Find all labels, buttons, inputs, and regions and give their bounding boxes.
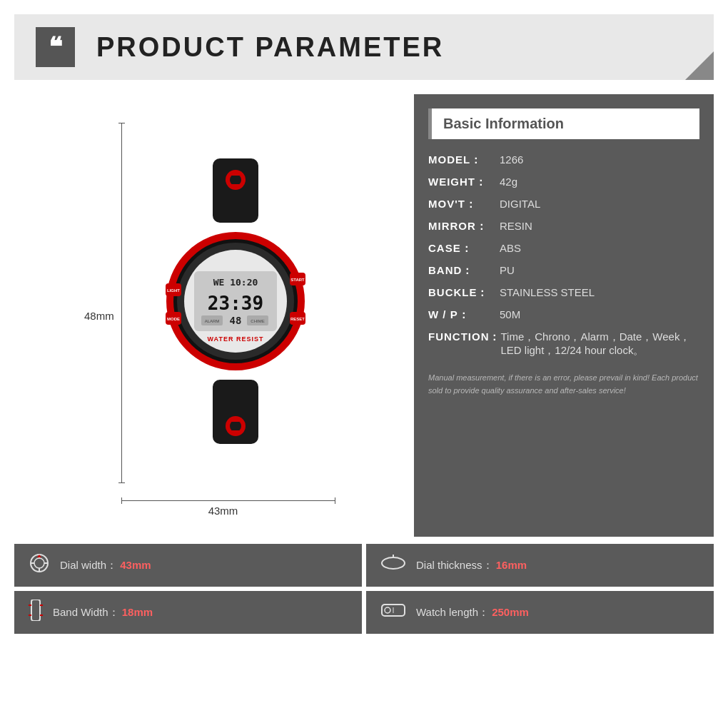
page-title: PRODUCT PARAMETER: [96, 32, 444, 63]
svg-text:CHIME: CHIME: [251, 319, 264, 323]
measure-text-3: Watch length： 250mm: [416, 606, 529, 620]
spec-row: BUCKLE：STAINLESS STEEL: [428, 286, 699, 300]
basic-info-header: Basic Information: [428, 108, 699, 139]
measure-text-0: Dial width： 43mm: [60, 559, 151, 572]
svg-text:23:39: 23:39: [208, 293, 263, 314]
bottom-measurement-bars: Dial width： 43mm Dial thickness： 16mm Ba…: [14, 544, 714, 634]
measure-text-1: Dial thickness： 16mm: [416, 559, 527, 572]
spec-value: ABS: [500, 242, 699, 254]
spec-value: 50M: [500, 308, 699, 320]
svg-text:LIGHT: LIGHT: [167, 288, 180, 293]
spec-row: W / P：50M: [428, 308, 699, 322]
svg-text:MODE: MODE: [167, 317, 180, 321]
spec-value: DIGITAL: [500, 198, 699, 210]
header-corner-decoration: [685, 51, 714, 80]
page-header: ❝ PRODUCT PARAMETER: [14, 14, 714, 80]
measure-bar-0: Dial width： 43mm: [14, 544, 362, 587]
spec-row: FUNCTION：Time，Chrono，Alarm，Date，Week，LED…: [428, 330, 699, 358]
horizontal-dimension-line: [121, 500, 335, 501]
svg-text:WE 10:20: WE 10:20: [213, 277, 258, 288]
spec-value: 42g: [500, 176, 699, 188]
spec-row: MODEL：1266: [428, 153, 699, 167]
svg-point-47: [385, 607, 390, 613]
svg-rect-0: [213, 158, 258, 223]
spec-label: WEIGHT：: [428, 176, 500, 189]
section-title: Basic Information: [443, 116, 564, 131]
svg-text:RESET: RESET: [290, 317, 305, 321]
svg-text:WATER RESIST: WATER RESIST: [208, 335, 264, 343]
measure-icon-1: [380, 555, 406, 576]
spec-row: BAND：PU: [428, 264, 699, 278]
spec-value: RESIN: [500, 220, 699, 232]
spec-row: WEIGHT：42g: [428, 176, 699, 189]
measure-icon-2: [29, 600, 43, 625]
spec-label: CASE：: [428, 242, 500, 256]
measure-bar-1: Dial thickness： 16mm: [366, 544, 714, 587]
spec-label: MIRROR：: [428, 220, 500, 233]
svg-rect-41: [31, 600, 40, 621]
spec-row: MIRROR：RESIN: [428, 220, 699, 233]
measure-icon-0: [29, 552, 50, 578]
measure-icon-3: [380, 602, 406, 623]
spec-value: STAINLESS STEEL: [500, 286, 699, 298]
measure-bar-2: Band Width： 18mm: [14, 591, 362, 634]
measure-text-2: Band Width： 18mm: [53, 606, 153, 620]
spec-note: Manual measurement, if there is an error…: [428, 372, 699, 397]
spec-label: MODEL：: [428, 153, 500, 167]
spec-value: 1266: [500, 153, 699, 166]
spec-label: W / P：: [428, 308, 500, 322]
svg-text:START: START: [290, 278, 305, 282]
svg-point-2: [230, 174, 241, 186]
spec-rows: MODEL：1266WEIGHT：42gMOV'T：DIGITALMIRROR：…: [428, 153, 699, 358]
spec-label: BUCKLE：: [428, 286, 500, 300]
spec-label: MOV'T：: [428, 198, 500, 211]
quote-icon: ❝: [36, 27, 75, 67]
vertical-dimension-line: [121, 123, 122, 483]
spec-row: MOV'T：DIGITAL: [428, 198, 699, 211]
watch-area: 48mm 43mm: [14, 94, 414, 537]
svg-text:ALARM: ALARM: [205, 319, 220, 323]
spec-value: Time，Chrono，Alarm，Date，Week，LED light，12…: [501, 330, 700, 358]
spec-label: FUNCTION：: [428, 330, 501, 344]
svg-point-32: [34, 558, 44, 568]
main-content: 48mm 43mm: [14, 94, 714, 537]
width-dimension-label: 43mm: [208, 505, 238, 517]
svg-text:48: 48: [230, 315, 242, 326]
height-dimension-label: 48mm: [84, 310, 114, 322]
dimension-container: 48mm 43mm: [79, 108, 350, 522]
spec-label: BAND：: [428, 264, 500, 278]
specs-panel: Basic Information MODEL：1266WEIGHT：42gMO…: [414, 94, 714, 537]
measure-bar-3: Watch length： 250mm: [366, 591, 714, 634]
svg-point-38: [382, 557, 405, 569]
spec-value: PU: [500, 264, 699, 276]
svg-point-7: [230, 420, 241, 432]
spec-row: CASE：ABS: [428, 242, 699, 256]
watch-image: LIGHT START MODE RESET WE 10:20 23: [132, 119, 339, 483]
